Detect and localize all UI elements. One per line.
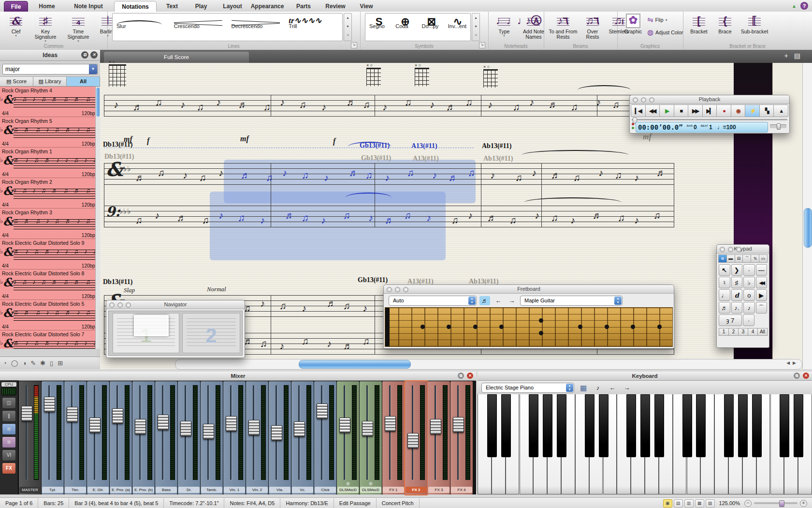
note-cluster[interactable]: ♫ bbox=[509, 215, 517, 225]
idea-item[interactable]: Rock Electric Guitar Distorted Solo 9&♭♭… bbox=[0, 239, 100, 269]
fretboard-instrument-select[interactable]: Maple Guitar ▲▼ bbox=[520, 296, 623, 306]
black-key[interactable] bbox=[682, 394, 692, 457]
note-cluster[interactable]: ♪ bbox=[321, 102, 326, 112]
channel-strip[interactable]: Vln. 2 bbox=[246, 381, 268, 494]
note-cluster[interactable]: ♪ bbox=[598, 168, 603, 178]
previous-chord-icon[interactable]: ← bbox=[493, 296, 504, 305]
zoom-in-button[interactable]: + bbox=[800, 500, 807, 507]
staff-alt-view-icon[interactable]: ≣ bbox=[2, 436, 16, 448]
note-cluster[interactable]: ♬ bbox=[449, 173, 458, 182]
fader-thumb[interactable] bbox=[362, 421, 373, 436]
panorama-view-icon[interactable]: ▤ bbox=[674, 499, 683, 508]
slur-gallery-item[interactable]: Slur bbox=[116, 15, 167, 30]
note-cluster[interactable]: ♪ bbox=[114, 100, 118, 109]
tenuto-key[interactable]: — bbox=[756, 264, 768, 276]
note-cluster[interactable]: ♬ bbox=[241, 170, 250, 180]
notehead-type-button[interactable]: ♩♩♩Type▾ bbox=[492, 14, 516, 37]
record-button[interactable]: ● bbox=[717, 105, 731, 117]
black-key[interactable] bbox=[501, 394, 511, 457]
chord-symbol[interactable]: Ab13(#11) bbox=[482, 142, 511, 150]
black-key[interactable] bbox=[696, 394, 706, 457]
dynamic-marking[interactable]: mf bbox=[643, 133, 652, 141]
note-cluster[interactable]: ♪ bbox=[634, 215, 639, 225]
channel-strip[interactable]: FX 1 bbox=[382, 381, 405, 494]
note-cluster[interactable]: ♪ bbox=[260, 299, 265, 308]
fader-thumb[interactable] bbox=[89, 418, 101, 433]
black-key[interactable] bbox=[626, 394, 636, 457]
ideas-search-input[interactable]: major ▼ bbox=[2, 64, 98, 75]
note-cluster[interactable]: ♪ bbox=[596, 97, 601, 107]
gallery-scroll[interactable]: ▲▼≡ bbox=[472, 13, 480, 41]
capture-idea-icon[interactable]: ◔ bbox=[3, 359, 7, 367]
master-strip[interactable]: MASTER bbox=[19, 381, 41, 494]
detach-panel-icon[interactable]: ⧉ bbox=[794, 373, 800, 379]
note-cluster[interactable]: ♬ bbox=[349, 168, 359, 178]
tie-key[interactable]: ⌒ bbox=[756, 302, 768, 314]
help-icon[interactable]: ? bbox=[800, 2, 808, 10]
channel-strip[interactable]: Tpt. bbox=[42, 381, 64, 494]
fretboard-mode-select[interactable]: Auto ▲▼ bbox=[389, 296, 477, 306]
channel-strip[interactable]: E. Pno. (b) bbox=[132, 381, 155, 494]
note-cluster[interactable]: ♪ bbox=[183, 170, 188, 180]
ideas-scrollbar[interactable] bbox=[95, 87, 100, 349]
eighth-note-key[interactable]: ♪ bbox=[743, 302, 755, 314]
dialog-launcher-icon[interactable]: ⇲ bbox=[479, 42, 485, 48]
flexi-time-button[interactable]: ◉ bbox=[731, 105, 746, 117]
navigator-titlebar[interactable]: Navigator bbox=[106, 300, 245, 309]
sub-bracket-button[interactable]: ⟦Sub-bracket bbox=[739, 14, 770, 34]
note-cluster[interactable]: ♪ bbox=[368, 213, 373, 223]
keypad-page-all[interactable]: All bbox=[757, 328, 768, 336]
note-cluster[interactable]: ♪ bbox=[362, 303, 367, 313]
note-cluster[interactable]: ♫ bbox=[468, 168, 475, 178]
black-key[interactable] bbox=[794, 394, 803, 457]
window-controls[interactable] bbox=[633, 97, 654, 103]
ribbon-tab-file[interactable]: File bbox=[4, 1, 28, 12]
channel-strip[interactable]: Vln. 1 bbox=[223, 381, 246, 494]
black-key[interactable] bbox=[557, 394, 566, 457]
document-tab-full-score[interactable]: Full Score bbox=[104, 52, 249, 63]
beam-to-from-rests-button[interactable]: ♪٦To and From Rests bbox=[548, 14, 579, 40]
idea-item[interactable]: Rock Organ Rhythm 5&♭♭ ♫ ♬ ♫ ♪ ♫ ♬ ♪ ♫ ♬… bbox=[0, 117, 100, 148]
note-cluster[interactable]: ♬ bbox=[593, 210, 602, 220]
note-cluster[interactable]: ♬ bbox=[343, 341, 353, 351]
sharp-key[interactable]: ♯ bbox=[731, 277, 743, 288]
stop-button[interactable]: ■ bbox=[674, 105, 689, 117]
rest-key[interactable]: ȝ 7 bbox=[719, 314, 742, 326]
idea-item[interactable]: Rock Electric Guitar Distorted Solo 5&♭♭… bbox=[0, 300, 100, 330]
move-to-start-button[interactable]: ▎◀ bbox=[631, 105, 646, 117]
black-key[interactable] bbox=[585, 394, 594, 457]
ribbon-tab-notations[interactable]: Notations bbox=[114, 1, 157, 12]
note-cluster[interactable]: ♫ bbox=[515, 173, 522, 182]
accent-key[interactable]: ❯ bbox=[731, 264, 743, 276]
virtual-instruments-button[interactable]: VI bbox=[2, 449, 16, 461]
previous-key[interactable]: ◀◀ bbox=[756, 277, 768, 288]
performance-button[interactable]: ▲ bbox=[774, 105, 788, 117]
import-idea-icon[interactable]: ⊞ bbox=[58, 359, 63, 367]
dynamic-marking[interactable]: f bbox=[147, 136, 149, 145]
note-cluster[interactable]: ♫ bbox=[199, 173, 206, 182]
coda-gallery-item[interactable]: ⊕Coda bbox=[395, 15, 415, 30]
note-cluster[interactable]: ♫ bbox=[343, 210, 350, 220]
escape-key[interactable]: ↖ bbox=[719, 264, 730, 276]
note-cluster[interactable]: ♫ bbox=[513, 102, 520, 112]
fader-thumb[interactable] bbox=[44, 397, 55, 412]
keypad-layout-tab-4[interactable]: ⌒ bbox=[743, 254, 751, 263]
bracket-button[interactable]: [Bracket bbox=[687, 14, 711, 34]
play-button[interactable]: ▶ bbox=[660, 105, 674, 117]
decrescendo-gallery-item[interactable]: Decrescendo bbox=[232, 15, 282, 30]
note-cluster[interactable]: ♪ bbox=[324, 173, 329, 182]
move-to-end-button[interactable]: ▶▎ bbox=[703, 105, 717, 117]
note-cluster[interactable]: ♪ bbox=[535, 210, 539, 220]
idea-settings-icon[interactable]: ✱ bbox=[40, 359, 45, 367]
note-cluster[interactable]: ♫ bbox=[343, 301, 350, 311]
graphic-button[interactable]: ✿Graphic bbox=[621, 14, 645, 34]
dynamic-marking[interactable]: mf bbox=[240, 134, 249, 143]
channel-strip[interactable]: Tbn. bbox=[64, 381, 87, 494]
note-cluster[interactable]: ♬ bbox=[135, 173, 145, 182]
keypad-titlebar[interactable]: Keypad bbox=[717, 245, 769, 254]
black-key[interactable] bbox=[654, 394, 664, 457]
fader-thumb[interactable] bbox=[21, 406, 32, 421]
note-cluster[interactable]: ♫ bbox=[363, 100, 370, 109]
note-cluster[interactable]: ♬ bbox=[385, 215, 394, 225]
keypad-layout-tab-3[interactable]: ⊟ bbox=[735, 254, 743, 263]
